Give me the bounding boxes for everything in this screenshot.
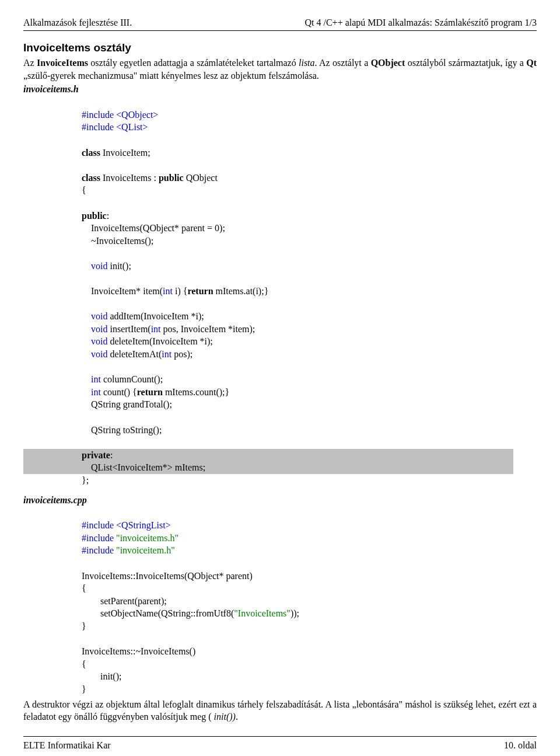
brace: } xyxy=(82,621,86,631)
code-text: pos); xyxy=(172,349,192,359)
code-text: mItems.at(i);} xyxy=(214,286,269,296)
keyword: return xyxy=(137,387,163,397)
brace: { xyxy=(82,185,86,195)
brace: } xyxy=(82,684,86,694)
include-line: #include <QObject> xyxy=(82,110,158,120)
brace: { xyxy=(82,583,86,593)
code-text: InvoiceItem* item( xyxy=(82,286,163,296)
code-line: init(); xyxy=(82,671,121,681)
brace: }; xyxy=(82,475,89,485)
code-block-h: #include <QObject> #include <QList> clas… xyxy=(82,96,537,486)
include-kw: #include xyxy=(82,533,116,543)
code-text: InvoiceItems : xyxy=(100,173,159,183)
section-title: InvoiceItems osztály xyxy=(23,41,537,54)
text-italic: init()) xyxy=(212,712,236,722)
filename-cpp: invoiceitems.cpp xyxy=(23,495,537,506)
footer-paragraph: A destruktor végzi az objektum által lef… xyxy=(23,698,537,723)
keyword: class xyxy=(82,173,100,183)
text-bold: InvoiceItems xyxy=(37,58,88,68)
code-line: ~InvoiceItems(); xyxy=(82,236,153,246)
keyword: class xyxy=(82,148,100,158)
colon: : xyxy=(110,450,113,460)
code-line: QString toString(); xyxy=(82,425,162,435)
footer-right: 10. oldal xyxy=(504,740,537,751)
keyword: public xyxy=(159,173,184,183)
keyword-type: int xyxy=(163,286,173,296)
page-footer: ELTE Informatikai Kar 10. oldal xyxy=(23,740,537,751)
text: osztályból származtatjuk, így a xyxy=(405,58,526,68)
filename-h: invoiceitems.h xyxy=(23,84,537,95)
code-text: QObject xyxy=(184,173,218,183)
code-text: insertItem( xyxy=(107,324,150,334)
text: „szülő-gyerek mechanizmusa" miatt kényel… xyxy=(23,71,319,81)
code-text: addItem(InvoiceItem *i); xyxy=(107,311,204,321)
keyword-type: void xyxy=(91,349,107,359)
page-header: Alkalmazások fejlesztése III. Qt 4 /C++ … xyxy=(23,18,537,28)
code-line: QString grandTotal(); xyxy=(82,399,172,409)
code-line: QList<InvoiceItem*> mItems; xyxy=(82,462,205,472)
keyword-type: void xyxy=(91,311,107,321)
code-line: setParent(parent); xyxy=(82,596,167,606)
code-text: deleteItem(InvoiceItem *i); xyxy=(107,336,212,346)
code-line: InvoiceItems(QObject* parent = 0); xyxy=(82,223,225,233)
intro-paragraph: Az InvoiceItems osztály egyetlen adattag… xyxy=(23,57,537,82)
keyword: return xyxy=(187,286,213,296)
include-kw: #include xyxy=(82,545,116,555)
keyword-type: void xyxy=(91,336,107,346)
header-left: Alkalmazások fejlesztése III. xyxy=(23,18,132,28)
keyword-type: void xyxy=(91,324,107,334)
text-italic: lista xyxy=(299,58,315,68)
code-text: pos, InvoiceItem *item); xyxy=(161,324,256,334)
code-text: InvoiceItem; xyxy=(100,148,150,158)
include-line: #include <QStringList> xyxy=(82,520,171,530)
code-text: columnCount(); xyxy=(101,374,163,384)
keyword-type: int xyxy=(151,324,161,334)
page-container: Alkalmazások fejlesztése III. Qt 4 /C++ … xyxy=(0,0,560,756)
colon: : xyxy=(107,211,109,221)
text: . xyxy=(236,712,238,722)
keyword-type: int xyxy=(91,387,101,397)
string-literal: "invoiceitems.h" xyxy=(116,533,178,543)
include-line: #include <QList> xyxy=(82,122,148,132)
code-text: mItems.count();} xyxy=(163,387,229,397)
code-text: )); xyxy=(290,608,299,618)
keyword-type: int xyxy=(91,374,101,384)
highlighted-block: private: QList<InvoiceItem*> mItems; xyxy=(23,449,513,474)
footer-left: ELTE Informatikai Kar xyxy=(23,740,111,751)
keyword-type: int xyxy=(162,349,172,359)
code-text: deleteItemAt( xyxy=(107,349,162,359)
text: A destruktor végzi az objektum által lef… xyxy=(23,699,537,722)
code-line: InvoiceItems::~InvoiceItems() xyxy=(82,646,195,656)
string-literal: "invoiceitem.h" xyxy=(116,545,175,555)
string-literal: "InvoiceItems" xyxy=(234,608,290,618)
text: Az xyxy=(23,58,37,68)
header-rule xyxy=(23,30,537,31)
code-text: setObjectName(QString::fromUtf8( xyxy=(82,608,234,618)
keyword: public xyxy=(82,211,107,221)
footer-rule xyxy=(23,736,537,737)
code-block-cpp: #include <QStringList> #include "invoice… xyxy=(82,507,537,696)
text-bold: QObject xyxy=(371,58,405,68)
code-line: InvoiceItems::InvoiceItems(QObject* pare… xyxy=(82,571,253,581)
text: . Az osztályt a xyxy=(315,58,371,68)
header-right: Qt 4 /C++ alapú MDI alkalmazás: Számlaké… xyxy=(305,18,537,28)
keyword-type: void xyxy=(91,261,107,271)
brace: { xyxy=(82,659,86,669)
code-text: count() { xyxy=(101,387,137,397)
code-text: i) { xyxy=(173,286,187,296)
text: osztály egyetlen adattagja a számlatétel… xyxy=(88,58,299,68)
keyword: private xyxy=(82,450,110,460)
code-text: init(); xyxy=(107,261,131,271)
text-bold: Qt xyxy=(526,58,537,68)
